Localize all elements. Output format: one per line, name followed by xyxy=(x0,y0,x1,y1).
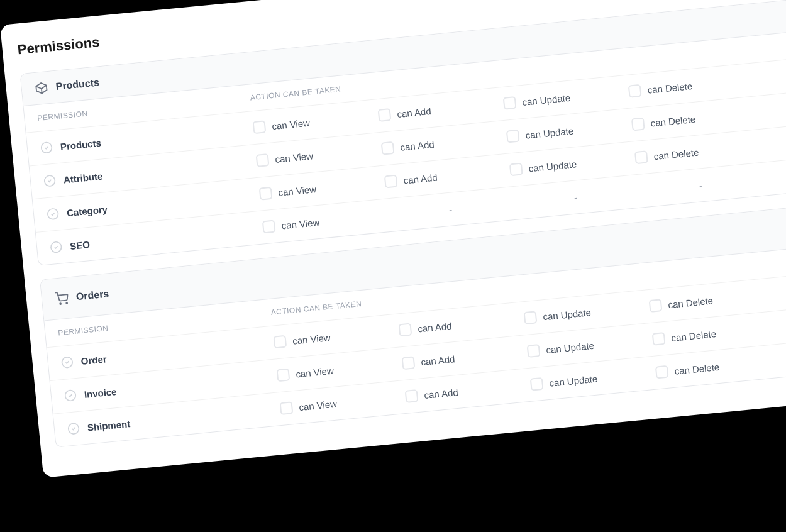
checkbox-delete[interactable] xyxy=(634,150,648,164)
action-label-view: can View xyxy=(299,398,338,413)
action-label-add: can Add xyxy=(400,138,435,152)
action-label-delete: can Delete xyxy=(671,328,717,343)
checkbox-delete[interactable] xyxy=(655,365,669,379)
checkbox-update[interactable] xyxy=(509,162,523,176)
action-label-view: can View xyxy=(292,331,331,346)
check-circle-icon[interactable] xyxy=(46,207,60,221)
section-title-orders: Orders xyxy=(75,288,109,302)
checkbox-delete[interactable] xyxy=(649,299,663,313)
check-circle-icon[interactable] xyxy=(43,174,57,188)
permission-name: Invoice xyxy=(84,385,117,399)
permission-name: SEO xyxy=(69,238,90,251)
action-label-add: can Add xyxy=(421,353,456,367)
checkbox-update[interactable] xyxy=(527,344,541,358)
check-circle-icon[interactable] xyxy=(67,422,80,436)
action-label-add: can Add xyxy=(397,105,432,119)
checkbox-add[interactable] xyxy=(381,141,395,155)
action-label-add: can Add xyxy=(424,386,459,400)
checkbox-view[interactable] xyxy=(259,187,273,201)
page-title: Permissions xyxy=(17,34,101,58)
action-label-update: can Update xyxy=(522,92,571,107)
checkbox-update[interactable] xyxy=(530,377,544,391)
dash-cell: - xyxy=(387,198,514,221)
checkbox-add[interactable] xyxy=(384,175,398,189)
action-label-update: can Update xyxy=(543,307,592,322)
action-label-delete: can Delete xyxy=(653,147,699,162)
action-label-add: can Add xyxy=(403,172,438,186)
checkbox-add[interactable] xyxy=(398,323,412,337)
action-label-delete: can Delete xyxy=(674,361,720,376)
action-label-delete: can Delete xyxy=(647,80,693,95)
checkbox-update[interactable] xyxy=(506,130,520,143)
action-label-delete: can Delete xyxy=(650,113,696,128)
check-circle-icon[interactable] xyxy=(49,240,63,254)
checkbox-view[interactable] xyxy=(262,220,276,234)
dash-cell: - xyxy=(638,174,764,196)
action-label-add: can Add xyxy=(417,320,452,334)
check-circle-icon[interactable] xyxy=(40,141,53,155)
checkbox-view[interactable] xyxy=(280,401,294,415)
checkbox-delete[interactable] xyxy=(631,118,645,131)
permission-name: Products xyxy=(60,137,101,152)
checkbox-delete[interactable] xyxy=(652,332,666,346)
action-label-update: can Update xyxy=(546,340,595,355)
svg-point-5 xyxy=(60,303,61,304)
action-label-view: can View xyxy=(272,117,311,131)
action-label-delete: can Delete xyxy=(668,295,714,310)
checkbox-add[interactable] xyxy=(405,389,419,403)
checkbox-update[interactable] xyxy=(524,311,538,324)
dash-cell: - xyxy=(512,186,639,208)
checkbox-view[interactable] xyxy=(273,335,287,349)
permission-name: Attribute xyxy=(63,170,103,185)
permission-name: Shipment xyxy=(87,418,131,433)
action-label-view: can View xyxy=(278,184,317,198)
action-label-update: can Update xyxy=(549,373,598,388)
checkbox-update[interactable] xyxy=(503,96,517,110)
checkbox-view[interactable] xyxy=(256,153,270,167)
box-icon xyxy=(34,80,49,96)
action-label-view: can View xyxy=(275,150,314,165)
permission-name: Category xyxy=(66,204,108,218)
checkbox-view[interactable] xyxy=(276,368,290,382)
checkbox-add[interactable] xyxy=(378,108,392,122)
check-circle-icon[interactable] xyxy=(60,355,74,369)
permission-name: Order xyxy=(80,353,107,367)
section-title-products: Products xyxy=(55,77,100,92)
cart-icon xyxy=(54,291,69,306)
checkbox-delete[interactable] xyxy=(628,84,642,98)
action-label-update: can Update xyxy=(528,158,577,174)
action-label-view: can View xyxy=(281,216,320,231)
action-label-update: can Update xyxy=(525,125,574,140)
checkbox-view[interactable] xyxy=(253,120,267,134)
svg-point-6 xyxy=(66,302,67,304)
action-label-view: can View xyxy=(295,365,334,379)
check-circle-icon[interactable] xyxy=(64,389,77,402)
checkbox-add[interactable] xyxy=(402,356,416,370)
